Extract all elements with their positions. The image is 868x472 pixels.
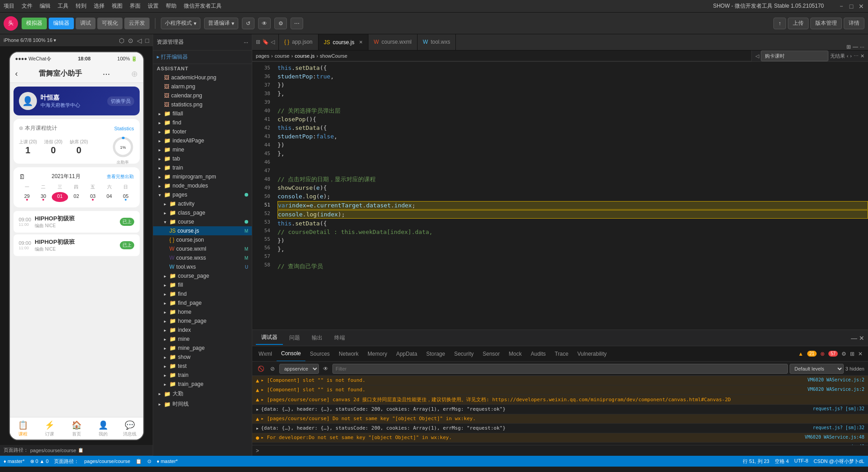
path-copy-icon[interactable]: 📋 bbox=[136, 458, 142, 464]
list-item[interactable]: ▸ 📁 tab bbox=[153, 154, 252, 163]
tab-tool-wxs[interactable]: W tool.wxs bbox=[418, 34, 456, 50]
refresh-button[interactable]: ↺ bbox=[242, 18, 254, 29]
calendar-day-05[interactable]: 05 bbox=[118, 192, 134, 202]
tab-storage[interactable]: Storage bbox=[422, 346, 450, 362]
console-input[interactable] bbox=[261, 448, 864, 454]
console-filter-input[interactable] bbox=[332, 364, 788, 374]
list-item[interactable]: 🖼 alarm.png bbox=[153, 82, 252, 91]
back-nav-icon[interactable]: ◁ bbox=[271, 39, 275, 45]
breadcrumb-course-folder[interactable]: course bbox=[275, 53, 290, 59]
bookmark-icon[interactable]: 🔖 bbox=[262, 39, 269, 45]
editor-code[interactable]: this.setData({ studentPop: true, }) }, /… bbox=[274, 62, 868, 330]
find-nav-left[interactable]: ‹ bbox=[847, 53, 849, 59]
list-item[interactable]: ▸ 📁 fill bbox=[153, 280, 252, 289]
maximize-button[interactable]: □ bbox=[848, 3, 854, 9]
dock-console-icon[interactable]: ⊞ bbox=[850, 351, 854, 357]
details-button[interactable]: 详情 bbox=[844, 18, 864, 29]
tab-sensor[interactable]: Sensor bbox=[478, 346, 504, 362]
tab-audits[interactable]: Audits bbox=[526, 346, 550, 362]
phone-stats-link[interactable]: Statistics bbox=[114, 126, 134, 131]
list-item[interactable]: ▸ 📁 train bbox=[153, 371, 252, 380]
menu-project[interactable]: 项目 bbox=[4, 2, 14, 10]
phone-nav-message[interactable]: 💬 消息线 bbox=[116, 420, 143, 437]
list-item[interactable]: ▸ 📁 时间线 bbox=[153, 399, 252, 409]
find-close-icon[interactable]: ✕ bbox=[860, 53, 864, 59]
list-item[interactable]: ▸ 📁 test bbox=[153, 362, 252, 371]
list-item[interactable]: 🖼 calendar.png bbox=[153, 91, 252, 100]
phone-nav-power[interactable]: ⊕ bbox=[131, 69, 138, 79]
editor-button[interactable]: 编辑器 bbox=[49, 18, 74, 29]
deploy-button[interactable]: 云开发 bbox=[124, 18, 150, 29]
branch-name[interactable]: ♦ master* bbox=[157, 458, 178, 464]
menu-select[interactable]: 选择 bbox=[94, 2, 105, 10]
minimize-editor-icon[interactable]: — bbox=[853, 44, 858, 50]
upload-button[interactable]: 上传 bbox=[788, 18, 809, 29]
open-editor-link[interactable]: ▸ 打开编辑器 bbox=[153, 50, 252, 64]
collapse-icon[interactable]: ⊞ bbox=[256, 39, 260, 45]
list-item[interactable]: ▸ 📁 home_page bbox=[153, 316, 252, 325]
tab-debugger[interactable]: 调试器 bbox=[256, 331, 283, 345]
more-editor-icon[interactable]: ··· bbox=[860, 44, 864, 50]
list-item[interactable]: ▾ 📁 pages bbox=[153, 190, 252, 199]
close-tab-icon[interactable]: ✕ bbox=[359, 40, 363, 45]
list-item[interactable]: ▸ 📁 find_page bbox=[153, 298, 252, 307]
tab-course-js[interactable]: JS course.js ✕ bbox=[318, 34, 368, 50]
source-4[interactable]: request.js? [sm]:32 bbox=[813, 406, 864, 411]
git-branch-label[interactable]: ♦ master* bbox=[4, 458, 25, 464]
menu-help[interactable]: 帮助 bbox=[166, 2, 177, 10]
compile-dropdown[interactable]: 普通编译 ▾ bbox=[204, 18, 238, 29]
find-arrow-left[interactable]: ◁ bbox=[755, 53, 759, 59]
phone-nav-course[interactable]: 📋 课程 bbox=[10, 420, 36, 437]
calendar-day-29[interactable]: 29 bbox=[19, 192, 36, 202]
console-close-icon[interactable]: ✕ bbox=[859, 335, 864, 342]
tab-sources[interactable]: Sources bbox=[305, 346, 334, 362]
page-path-value[interactable]: pages/course/course bbox=[84, 458, 130, 464]
debug-button[interactable]: 调试 bbox=[76, 18, 95, 29]
list-item[interactable]: W course.wxml M bbox=[153, 244, 252, 253]
tab-security[interactable]: Security bbox=[450, 346, 478, 362]
console-eye-btn[interactable]: 👁 bbox=[321, 364, 331, 374]
phone-course-item-2[interactable]: 09:00 11:00 HIPHOP初级班 编曲 NICE 已上 bbox=[14, 234, 140, 256]
menu-edit[interactable]: 编辑 bbox=[40, 2, 50, 10]
list-item[interactable]: ▸ 📁 大勤 bbox=[153, 389, 252, 399]
list-item[interactable]: W course.wxss M bbox=[153, 253, 252, 262]
tab-wxml[interactable]: Wxml bbox=[254, 346, 277, 362]
tab-app-json[interactable]: { } app.json bbox=[279, 34, 318, 50]
encoding-label[interactable]: UTF-8 bbox=[794, 458, 808, 465]
list-item[interactable]: ▸ 📁 footer bbox=[153, 127, 252, 136]
list-item[interactable]: ▸ 📁 train bbox=[153, 163, 252, 172]
breadcrumb-pages[interactable]: pages bbox=[256, 53, 269, 59]
list-item[interactable]: ▸ 📁 mine bbox=[153, 335, 252, 344]
menu-view[interactable]: 视图 bbox=[112, 2, 123, 10]
calendar-link[interactable]: 查看完整出勤 bbox=[107, 174, 134, 180]
tab-vulnerability[interactable]: Vulnerability bbox=[573, 346, 611, 362]
more-icon-button[interactable]: ⋯ bbox=[291, 18, 303, 29]
line-col-label[interactable]: 行 51, 列 23 bbox=[743, 458, 769, 465]
console-filter-btn[interactable]: ⊘ bbox=[268, 364, 277, 374]
menu-tool[interactable]: 工具 bbox=[58, 2, 68, 10]
list-item[interactable]: 🖼 statistics.png bbox=[153, 100, 252, 109]
phone-back-icon[interactable]: ◁ bbox=[137, 37, 142, 44]
list-item[interactable]: ▾ 📁 course bbox=[153, 217, 252, 226]
source-6[interactable]: request.js? [sm]:32 bbox=[813, 425, 864, 430]
simulator-button[interactable]: 模拟器 bbox=[22, 18, 47, 29]
back-icon[interactable]: ‹ bbox=[15, 69, 18, 78]
console-service-select[interactable]: appservice bbox=[279, 364, 319, 374]
calendar-day-03[interactable]: 03 bbox=[85, 192, 101, 202]
list-item[interactable]: ▸ 📁 activity bbox=[153, 199, 252, 208]
console-collapse-icon[interactable]: — bbox=[851, 335, 857, 342]
phone-nav-subscribe[interactable]: ⚡ 订课 bbox=[36, 420, 63, 437]
calendar-day-04[interactable]: 04 bbox=[101, 192, 118, 202]
phone-nav-mine[interactable]: 👤 我的 bbox=[90, 420, 116, 437]
menu-settings[interactable]: 设置 bbox=[148, 2, 159, 10]
minimize-button[interactable]: － bbox=[838, 3, 845, 9]
list-item[interactable]: ▸ 📁 home bbox=[153, 307, 252, 316]
console-clear-btn[interactable]: 🚫 bbox=[256, 364, 266, 374]
breadcrumb-course-js[interactable]: course.js bbox=[295, 53, 314, 59]
preview-icon-button[interactable]: 👁 bbox=[258, 18, 271, 29]
tab-output[interactable]: 输出 bbox=[306, 331, 328, 345]
breadcrumb-showCourse[interactable]: showCourse bbox=[320, 53, 347, 59]
tab-terminal[interactable]: 终端 bbox=[329, 331, 350, 345]
version-button[interactable]: 版本管理 bbox=[810, 18, 842, 29]
find-input[interactable] bbox=[761, 50, 828, 61]
